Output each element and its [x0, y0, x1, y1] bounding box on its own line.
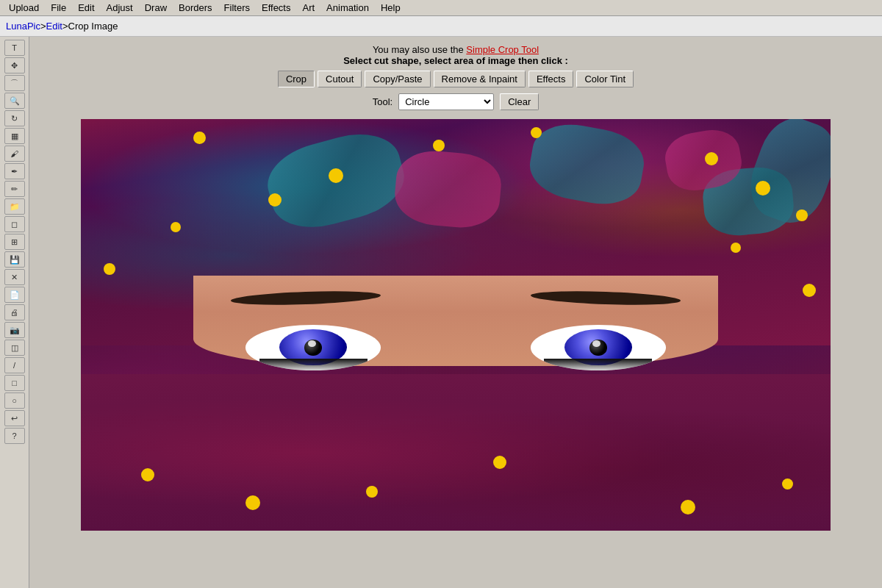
- cutout-action-button[interactable]: Cutout: [318, 71, 362, 87]
- rect-tool[interactable]: □: [4, 375, 25, 391]
- dot-5: [705, 152, 718, 165]
- dot-13: [681, 500, 695, 514]
- left-toolbar: T✥⌒🔍↻▦🖌✒✏📁◻⊞💾✕📄🖨📷◫/□○↩?: [0, 37, 29, 588]
- menu-item-adjust[interactable]: Adjust: [101, 1, 139, 15]
- calendar-tool[interactable]: ▦: [4, 128, 25, 144]
- content-area: You may also use the Simple Crop Tool Se…: [29, 37, 882, 588]
- breadcrumb-sep1: >: [40, 21, 46, 32]
- breadcrumb-lunapic[interactable]: LunaPic: [6, 21, 40, 32]
- dot-9: [141, 468, 154, 481]
- line-tool[interactable]: /: [4, 357, 25, 373]
- menu-item-file[interactable]: File: [45, 1, 72, 15]
- dot-14: [782, 478, 793, 490]
- rotate-tool[interactable]: ↻: [4, 110, 25, 126]
- save-tool[interactable]: 💾: [4, 251, 25, 268]
- simple-crop-link[interactable]: Simple Crop Tool: [466, 44, 539, 55]
- menu-item-draw[interactable]: Draw: [139, 1, 173, 15]
- copypaste-action-button[interactable]: Copy/Paste: [365, 71, 430, 87]
- page-tool[interactable]: 📄: [4, 287, 25, 303]
- breadcrumb-current: Crop Image: [68, 21, 118, 32]
- move-tool[interactable]: ✥: [4, 57, 25, 74]
- breadcrumb-edit[interactable]: Edit: [46, 21, 62, 32]
- clear-button[interactable]: Clear: [500, 93, 539, 110]
- eye-left: [245, 325, 381, 370]
- undo-tool[interactable]: ↩: [4, 410, 25, 426]
- eye-highlight-left: [308, 340, 316, 347]
- dot-12: [493, 456, 506, 469]
- grid-tool[interactable]: ⊞: [4, 234, 25, 250]
- breadcrumb-bar: LunaPic > Edit > Crop Image: [0, 16, 882, 37]
- menu-bar: UploadFileEditAdjustDrawBordersFiltersEf…: [0, 0, 882, 16]
- tool-label: Tool:: [373, 96, 392, 107]
- dot-15: [104, 263, 115, 275]
- menu-item-art[interactable]: Art: [296, 1, 320, 15]
- menu-item-effects[interactable]: Effects: [256, 1, 297, 15]
- main-layout: T✥⌒🔍↻▦🖌✒✏📁◻⊞💾✕📄🖨📷◫/□○↩? You may also use…: [0, 37, 882, 588]
- top-info: You may also use the Simple Crop Tool Se…: [29, 37, 882, 71]
- print-tool[interactable]: 🖨: [4, 304, 25, 320]
- effects-action-button[interactable]: Effects: [528, 71, 574, 87]
- eraser-tool[interactable]: ◻: [4, 216, 25, 232]
- pen-tool[interactable]: ✏: [4, 181, 25, 197]
- info-line1: You may also use the Simple Crop Tool: [29, 44, 882, 55]
- lashes-left: [259, 359, 368, 370]
- eyedropper-tool[interactable]: ✒: [4, 163, 25, 179]
- tool-select-dropdown[interactable]: CircleRectangleFreehandPolygonLasso: [398, 93, 494, 110]
- magnify-tool[interactable]: 🔍: [4, 93, 25, 109]
- portrait-canvas: [81, 119, 831, 531]
- dot-16: [803, 284, 816, 297]
- removeinpaint-action-button[interactable]: Remove & Inpaint: [434, 71, 526, 87]
- circle-tool[interactable]: ○: [4, 392, 25, 409]
- dot-2: [329, 168, 343, 183]
- folder-tool[interactable]: 📁: [4, 198, 25, 215]
- info-prefix: You may also use the: [373, 44, 466, 55]
- menu-item-upload[interactable]: Upload: [3, 1, 45, 15]
- menu-item-borders[interactable]: Borders: [173, 1, 218, 15]
- menu-item-edit[interactable]: Edit: [72, 1, 100, 15]
- paint-tool[interactable]: 🖌: [4, 146, 25, 162]
- breadcrumb-sep2: >: [62, 21, 68, 32]
- lashes-right: [544, 359, 652, 370]
- menu-item-filters[interactable]: Filters: [218, 1, 256, 15]
- menu-item-animation[interactable]: Animation: [320, 1, 375, 15]
- image-container[interactable]: [81, 119, 831, 531]
- camera-tool[interactable]: 📷: [4, 322, 25, 338]
- lower-face: [81, 374, 831, 531]
- dot-8: [193, 132, 206, 144]
- lasso-tool[interactable]: ⌒: [4, 75, 25, 91]
- crop-action-button[interactable]: Crop: [278, 71, 315, 87]
- tool-selector: Tool: CircleRectangleFreehandPolygonLass…: [373, 93, 539, 110]
- menu-item-help[interactable]: Help: [375, 1, 406, 15]
- dot-11: [366, 486, 378, 498]
- action-buttons: CropCutoutCopy/PasteRemove & InpaintEffe…: [278, 71, 634, 87]
- info-line2: Select cut shape, select area of image t…: [29, 55, 882, 66]
- dot-18: [731, 243, 741, 253]
- layers-tool[interactable]: ◫: [4, 340, 25, 356]
- colortint-action-button[interactable]: Color Tint: [576, 71, 634, 87]
- dot-1: [268, 193, 282, 207]
- text-tool[interactable]: T: [4, 40, 25, 56]
- close-tool[interactable]: ✕: [4, 269, 25, 285]
- eye-right: [531, 325, 666, 370]
- help-tool[interactable]: ?: [4, 428, 25, 444]
